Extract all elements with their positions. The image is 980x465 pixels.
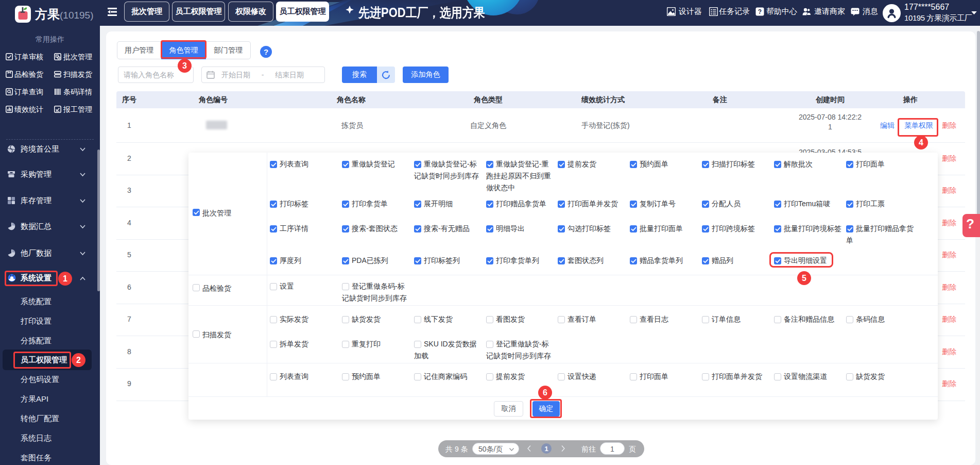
svg-text:?: ? [758, 8, 762, 15]
